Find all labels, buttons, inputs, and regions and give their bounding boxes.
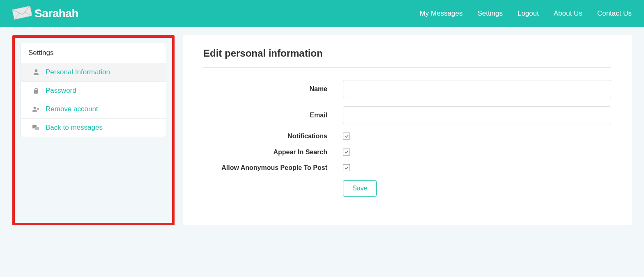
sidebar-item-back-messages[interactable]: Back to messages (21, 119, 166, 137)
appear-search-checkbox[interactable] (343, 149, 350, 156)
notifications-checkbox[interactable] (343, 133, 350, 140)
main-panel: Edit personal information Name Email Not… (183, 35, 632, 225)
email-input[interactable] (343, 106, 611, 124)
notifications-label: Notifications (203, 133, 343, 140)
form-row-notifications: Notifications (203, 133, 611, 140)
sidebar-item-label: Remove account (46, 105, 98, 113)
nav-contact[interactable]: Contact Us (597, 9, 632, 18)
person-remove-icon (32, 106, 40, 112)
nav-about[interactable]: About Us (554, 9, 582, 18)
lock-icon (32, 87, 40, 94)
top-navbar: Sarahah My Messages Settings Logout Abou… (0, 0, 644, 27)
form-row-appear-search: Appear In Search (203, 149, 611, 156)
email-label: Email (203, 112, 343, 119)
page-container: Settings Personal Information Password R… (0, 27, 644, 234)
svg-rect-2 (35, 127, 39, 130)
name-input[interactable] (343, 80, 611, 98)
sidebar-header: Settings (21, 43, 166, 63)
messages-icon (32, 124, 40, 131)
nav-settings[interactable]: Settings (478, 9, 503, 18)
sidebar-item-personal-info[interactable]: Personal Information (21, 63, 166, 82)
page-title: Edit personal information (203, 48, 611, 59)
sidebar-highlight-box: Settings Personal Information Password R… (12, 35, 175, 225)
form-row-email: Email (203, 106, 611, 124)
appear-search-label: Appear In Search (203, 149, 343, 156)
sidebar-item-remove-account[interactable]: Remove account (21, 100, 166, 119)
settings-sidebar: Settings Personal Information Password R… (21, 43, 166, 137)
sidebar-item-password[interactable]: Password (21, 82, 166, 100)
nav-my-messages[interactable]: My Messages (420, 9, 463, 18)
nav-links: My Messages Settings Logout About Us Con… (420, 9, 632, 18)
sidebar-item-label: Password (46, 87, 76, 95)
anon-post-checkbox[interactable] (343, 164, 350, 171)
nav-logout[interactable]: Logout (518, 9, 539, 18)
name-label: Name (203, 85, 343, 93)
svg-marker-0 (12, 6, 32, 20)
brand-logo[interactable]: Sarahah (12, 6, 78, 21)
title-divider (203, 67, 611, 68)
person-icon (32, 69, 40, 76)
save-button[interactable]: Save (343, 180, 377, 197)
sidebar-item-label: Personal Information (46, 68, 110, 76)
sidebar-item-label: Back to messages (46, 124, 103, 132)
form-row-save: . Save (203, 180, 611, 197)
brand-text: Sarahah (34, 7, 78, 20)
anon-post-label: Allow Anonymous People To Post (203, 164, 343, 172)
envelope-icon (12, 6, 32, 21)
form-row-anon-post: Allow Anonymous People To Post (203, 164, 611, 172)
form-row-name: Name (203, 80, 611, 98)
